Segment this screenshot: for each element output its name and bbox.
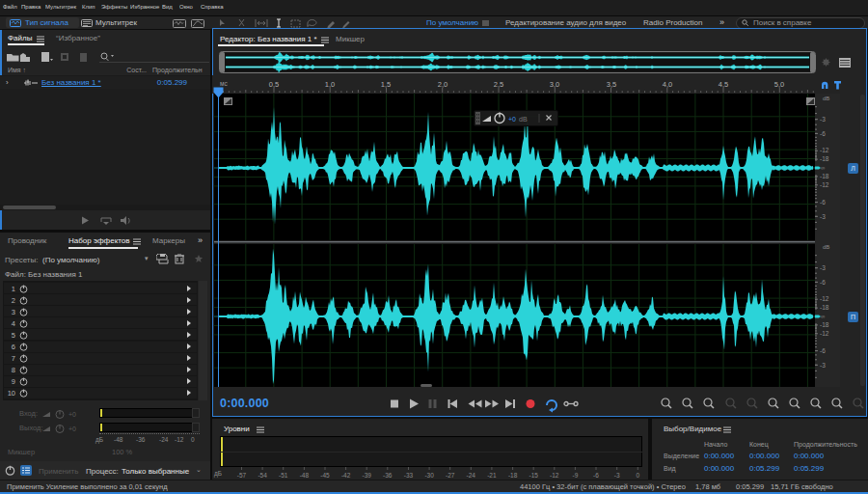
svg-text:4,5: 4,5 [719,80,728,89]
svg-text:-12: -12 [820,147,829,153]
svg-text:-18: -18 [508,472,518,479]
svg-text:-27: -27 [446,472,455,479]
svg-text:-12: -12 [820,295,829,302]
svg-text:-12: -12 [820,330,829,337]
svg-text:-45: -45 [320,472,330,479]
svg-text:-6: -6 [820,347,826,354]
svg-text:-3: -3 [614,472,620,479]
svg-text:-54: -54 [258,472,267,479]
svg-text:-57: -57 [237,472,247,479]
svg-text:dB: dB [823,244,829,250]
svg-text:2,5: 2,5 [494,80,503,89]
svg-text:-18: -18 [820,173,829,179]
svg-text:+0: +0 [68,425,76,432]
svg-text:-39: -39 [362,472,371,479]
svg-text:∞: ∞ [821,165,825,171]
svg-text:0: 0 [636,472,639,479]
svg-text:-18: -18 [820,321,829,328]
svg-text:3,0: 3,0 [550,80,559,89]
svg-text:-6: -6 [820,279,826,286]
svg-text:2,0: 2,0 [438,80,448,89]
svg-text:5,0: 5,0 [774,80,784,89]
svg-text:4,0: 4,0 [663,80,672,89]
svg-text:мс: мс [220,80,228,87]
svg-text:дБ: дБ [214,470,222,478]
svg-text:-3: -3 [820,362,826,369]
svg-text:-42: -42 [341,472,351,479]
svg-text:-12: -12 [820,181,829,188]
svg-text:-9: -9 [573,472,579,479]
svg-text:-51: -51 [279,472,288,479]
svg-text:-30: -30 [424,472,434,479]
svg-text:-6: -6 [593,472,599,479]
svg-text:-6: -6 [820,130,826,137]
svg-text:-24: -24 [467,472,476,479]
svg-text:-3: -3 [820,116,826,123]
svg-text:-48: -48 [300,472,310,479]
svg-text:3,5: 3,5 [607,80,616,89]
svg-text:+0: +0 [508,116,516,123]
svg-text:-15: -15 [529,472,538,479]
svg-text:-6: -6 [820,199,826,206]
svg-text:-3: -3 [820,264,826,271]
svg-text:-18: -18 [820,155,829,162]
svg-text:dB: dB [519,116,528,123]
svg-text:-21: -21 [487,472,497,479]
svg-text:+0: +0 [68,411,76,418]
svg-text:-3: -3 [820,213,826,220]
svg-text:0,5: 0,5 [269,80,279,89]
svg-text:1,0: 1,0 [325,80,335,89]
svg-text:1,5: 1,5 [381,80,391,89]
svg-text:-18: -18 [820,304,829,311]
svg-text:-33: -33 [404,472,414,479]
svg-text:dB: dB [823,96,829,101]
svg-text:∞: ∞ [821,314,825,319]
svg-text:-12: -12 [550,472,559,479]
svg-text:-36: -36 [383,472,393,479]
